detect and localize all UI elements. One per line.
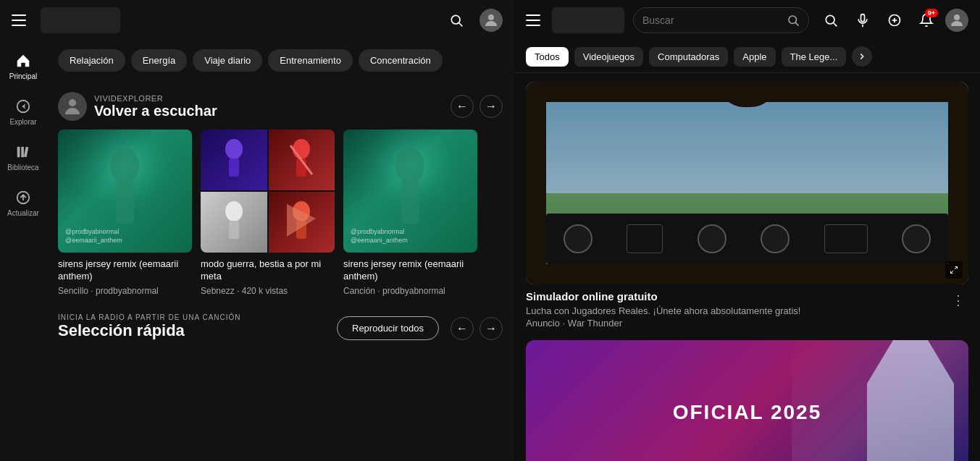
right-hamburger-button[interactable] bbox=[526, 12, 543, 29]
video-meta-text-0: Simulador online gratuito Lucha con Juga… bbox=[526, 290, 942, 329]
card-meta-2: Canción · prodbyabnormal bbox=[343, 286, 477, 296]
thumb-quad-3 bbox=[201, 192, 267, 253]
chip-energia[interactable]: Energía bbox=[131, 49, 188, 72]
svg-point-0 bbox=[451, 15, 460, 24]
svg-rect-6 bbox=[21, 147, 24, 158]
svg-rect-24 bbox=[401, 180, 419, 224]
notification-badge: 9+ bbox=[925, 9, 938, 17]
svg-point-25 bbox=[789, 16, 797, 24]
music-cards-row: @prodbyabnormal@eemaarii_anthem sirens j… bbox=[58, 130, 503, 296]
card-title-0: sirens jersey remix (eemaarii anthem) bbox=[58, 258, 192, 283]
microphone-button[interactable] bbox=[850, 7, 876, 33]
video-subtitle-0: Lucha con Jugadores Reales. ¡Únete ahora… bbox=[526, 305, 942, 316]
user-section-avatar bbox=[58, 92, 87, 121]
card-watermark-0: @prodbyabnormal@eemaarii_anthem bbox=[65, 227, 122, 245]
prev-arrow-button[interactable]: ← bbox=[451, 95, 474, 118]
username-label: VIVIDEXPLORER bbox=[94, 94, 217, 103]
search-button[interactable] bbox=[445, 9, 468, 32]
card-title-1: modo guerra, bestia a por mi meta bbox=[201, 258, 335, 283]
volver-a-escuchar-section: VIVIDEXPLORER Volver a escuchar ← → bbox=[58, 92, 503, 296]
sidebar-label-biblioteca: Biblioteca bbox=[7, 164, 38, 172]
cat-chip-videojuegos[interactable]: Videojuegos bbox=[574, 47, 643, 67]
svg-line-28 bbox=[834, 23, 837, 27]
svg-point-34 bbox=[954, 14, 960, 20]
mood-chips-row: Relajación Energía Viaje diario Entrenam… bbox=[58, 46, 503, 75]
svg-point-10 bbox=[110, 148, 139, 184]
quick-section-label: INICIA LA RADIO A PARTIR DE UNA CANCIÓN bbox=[58, 313, 325, 321]
video-info-0: Simulador online gratuito Lucha con Juga… bbox=[526, 290, 968, 329]
video-more-button-0[interactable]: ⋮ bbox=[948, 290, 968, 310]
gauge-2 bbox=[627, 224, 663, 253]
left-main-content: Relajación Energía Viaje diario Entrenam… bbox=[46, 41, 514, 461]
video-channel-prefix: Anuncio bbox=[526, 318, 560, 329]
video-card-1: OFICIAL 2025 bbox=[526, 340, 968, 461]
card-meta-1: Sebnezz · 420 k vistas bbox=[201, 286, 335, 296]
user-avatar[interactable] bbox=[479, 9, 503, 32]
cat-chip-todos[interactable]: Todos bbox=[526, 47, 569, 67]
cat-chip-the-lege[interactable]: The Lege... bbox=[782, 47, 847, 67]
svg-marker-4 bbox=[22, 103, 26, 109]
sidebar-item-explorar[interactable]: Explorar bbox=[0, 92, 46, 132]
gauge-4 bbox=[761, 224, 790, 253]
next-arrow-button[interactable]: → bbox=[479, 95, 503, 118]
svg-point-2 bbox=[488, 14, 494, 20]
card-thumb-0: @prodbyabnormal@eemaarii_anthem bbox=[58, 130, 192, 253]
card-thumb-1 bbox=[201, 130, 335, 253]
music-card-2[interactable]: @prodbyabnormal@eemaarii_anthem sirens j… bbox=[343, 130, 477, 296]
card-title-2: sirens jersey remix (eemaarii anthem) bbox=[343, 258, 477, 283]
create-button[interactable] bbox=[881, 7, 908, 33]
banner-text: OFICIAL 2025 bbox=[673, 401, 822, 424]
sidebar-label-principal: Principal bbox=[9, 72, 37, 80]
quick-next-arrow[interactable]: → bbox=[479, 317, 503, 340]
video-channel-name: War Thunder bbox=[568, 318, 622, 329]
svg-line-1 bbox=[459, 23, 463, 27]
quick-section-header: INICIA LA RADIO A PARTIR DE UNA CANCIÓN … bbox=[58, 313, 503, 340]
user-section-text: VIVIDEXPLORER Volver a escuchar bbox=[94, 94, 217, 119]
right-user-avatar[interactable] bbox=[945, 9, 968, 32]
left-header bbox=[0, 0, 514, 41]
header-right-actions bbox=[445, 9, 503, 32]
svg-rect-5 bbox=[17, 147, 20, 158]
video-thumb-0 bbox=[526, 82, 968, 284]
section-user-info: VIVIDEXPLORER Volver a escuchar bbox=[58, 92, 451, 121]
warthunder-scene bbox=[526, 82, 968, 284]
gauge-3 bbox=[698, 224, 726, 253]
card-thumb-2: @prodbyabnormal@eemaarii_anthem bbox=[343, 130, 477, 253]
chip-concentracion[interactable]: Concentración bbox=[359, 49, 443, 72]
expand-button[interactable] bbox=[945, 261, 963, 279]
section-header: VIVIDEXPLORER Volver a escuchar ← → bbox=[58, 92, 503, 121]
notifications-button[interactable]: 9+ bbox=[913, 7, 939, 33]
youtube-logo bbox=[552, 7, 624, 33]
search-box[interactable] bbox=[633, 7, 809, 33]
svg-rect-13 bbox=[229, 158, 239, 177]
upgrade-icon bbox=[14, 189, 32, 206]
music-card-0[interactable]: @prodbyabnormal@eemaarii_anthem sirens j… bbox=[58, 130, 192, 296]
cat-chip-computadoras[interactable]: Computadoras bbox=[649, 47, 728, 67]
category-next-button[interactable] bbox=[852, 46, 872, 67]
svg-point-17 bbox=[225, 201, 243, 221]
quick-prev-arrow[interactable]: ← bbox=[451, 317, 474, 340]
svg-line-36 bbox=[951, 271, 954, 274]
svg-rect-11 bbox=[116, 180, 134, 224]
gauge-1 bbox=[564, 224, 592, 253]
home-icon bbox=[14, 52, 32, 69]
sidebar-label-actualizar: Actualizar bbox=[7, 209, 39, 217]
sidebar-item-biblioteca[interactable]: Biblioteca bbox=[0, 138, 46, 177]
category-bar: Todos Videojuegos Computadoras Apple The… bbox=[514, 41, 980, 73]
play-all-button[interactable]: Reproducir todos bbox=[337, 316, 439, 340]
gauge-5 bbox=[824, 224, 868, 253]
search-input[interactable] bbox=[642, 14, 787, 26]
sidebar-item-actualizar[interactable]: Actualizar bbox=[0, 183, 46, 223]
section-title: Volver a escuchar bbox=[94, 103, 217, 119]
chip-relajacion[interactable]: Relajación bbox=[58, 49, 125, 72]
chip-entrenamiento[interactable]: Entrenamiento bbox=[268, 49, 353, 72]
music-card-1[interactable]: modo guerra, bestia a por mi meta Sebnez… bbox=[201, 130, 335, 296]
sidebar-item-principal[interactable]: Principal bbox=[0, 46, 46, 86]
svg-line-35 bbox=[955, 267, 958, 270]
chip-viaje-diario[interactable]: Viaje diario bbox=[193, 49, 262, 72]
video-title-0: Simulador online gratuito bbox=[526, 290, 942, 303]
hamburger-menu-button[interactable] bbox=[12, 12, 29, 29]
cat-chip-apple[interactable]: Apple bbox=[734, 47, 775, 67]
right-search-button[interactable] bbox=[818, 7, 844, 33]
thumb-quad-2 bbox=[269, 130, 335, 190]
